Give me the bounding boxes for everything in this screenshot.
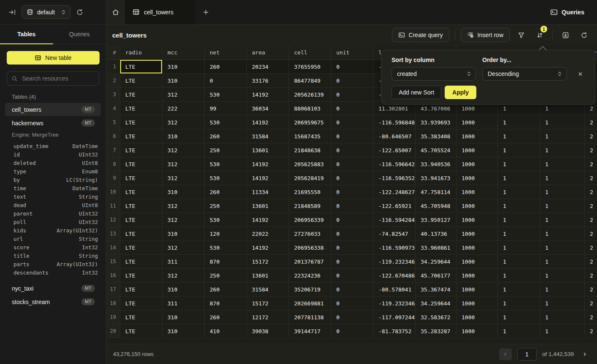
table-cell[interactable]: 1: [498, 116, 540, 129]
row-number[interactable]: 10: [106, 185, 120, 199]
table-cell[interactable]: LTE: [120, 171, 162, 185]
table-cell[interactable]: 21848638: [289, 143, 331, 157]
table-cell[interactable]: 13601: [247, 269, 289, 283]
table-cell[interactable]: 1: [498, 213, 540, 227]
table-cell[interactable]: 310: [162, 74, 205, 88]
table-cell[interactable]: 1000: [457, 116, 498, 129]
insert-row-button[interactable]: Insert row: [461, 28, 510, 42]
table-cell[interactable]: 34.259644: [416, 297, 457, 310]
table-cell[interactable]: 39038: [247, 324, 289, 338]
table-cell[interactable]: 40.13736: [416, 227, 457, 241]
table-cell[interactable]: 2: [585, 297, 597, 310]
table-cell[interactable]: 35.367474: [416, 283, 457, 297]
table-cell[interactable]: 310: [162, 283, 205, 297]
apply-sort-button[interactable]: Apply: [445, 86, 476, 99]
table-cell[interactable]: 250: [205, 269, 247, 283]
table-cell[interactable]: 1000: [457, 269, 498, 283]
table-cell[interactable]: 2: [585, 283, 597, 297]
table-cell[interactable]: LTE: [120, 185, 162, 199]
table-cell[interactable]: 2: [585, 213, 597, 227]
table-cell[interactable]: 206956339: [289, 213, 331, 227]
row-number[interactable]: 1: [106, 60, 120, 74]
table-cell[interactable]: LTE: [120, 74, 162, 88]
sidebar-tab-tables[interactable]: Tables: [0, 24, 53, 44]
create-query-button[interactable]: Create query: [392, 28, 449, 42]
table-cell[interactable]: 222: [162, 102, 205, 116]
table-cell[interactable]: 0: [205, 74, 247, 88]
table-cell[interactable]: -116.590973: [373, 241, 416, 255]
table-cell[interactable]: 2: [585, 157, 597, 171]
new-table-button[interactable]: New table: [7, 51, 100, 65]
table-cell[interactable]: 0: [331, 297, 373, 310]
row-number[interactable]: 15: [106, 255, 120, 269]
refresh-database-icon[interactable]: [76, 8, 84, 16]
table-cell[interactable]: 34.259644: [416, 255, 457, 269]
table-cell[interactable]: 2: [585, 171, 597, 185]
table-cell[interactable]: 312: [162, 269, 205, 283]
table-cell[interactable]: -80.646507: [373, 129, 416, 143]
table-cell[interactable]: LTE: [120, 324, 162, 338]
table-cell[interactable]: LTE: [120, 129, 162, 143]
table-cell[interactable]: 22324236: [289, 269, 331, 283]
table-cell[interactable]: 0: [331, 324, 373, 338]
tab-cell-towers[interactable]: cell_towers: [125, 0, 195, 24]
table-cell[interactable]: 205626139: [289, 88, 331, 102]
table-cell[interactable]: LTE: [120, 283, 162, 297]
table-cell[interactable]: 33.950127: [416, 213, 457, 227]
table-cell[interactable]: 15687435: [289, 129, 331, 143]
table-cell[interactable]: LTE: [120, 297, 162, 310]
table-cell[interactable]: 2: [585, 185, 597, 199]
table-cell[interactable]: LTE: [120, 241, 162, 255]
table-cell[interactable]: 13601: [247, 143, 289, 157]
table-cell[interactable]: 1: [498, 199, 540, 213]
table-cell[interactable]: 1000: [457, 143, 498, 157]
table-cell[interactable]: 0: [331, 283, 373, 297]
row-number[interactable]: 9: [106, 171, 120, 185]
table-cell[interactable]: 1: [540, 143, 585, 157]
table-cell[interactable]: 0: [331, 60, 373, 74]
table-cell[interactable]: 1: [540, 116, 585, 129]
table-cell[interactable]: 530: [205, 88, 247, 102]
table-cell[interactable]: 0: [331, 143, 373, 157]
table-cell[interactable]: 33.941673: [416, 171, 457, 185]
table-cell[interactable]: 310: [162, 185, 205, 199]
table-cell[interactable]: 1000: [457, 297, 498, 310]
row-number[interactable]: 6: [106, 129, 120, 143]
table-cell[interactable]: 0: [331, 129, 373, 143]
row-number[interactable]: 13: [106, 227, 120, 241]
table-cell[interactable]: 21695550: [289, 185, 331, 199]
row-number[interactable]: 3: [106, 88, 120, 102]
column-header-radio[interactable]: radio: [120, 46, 162, 60]
table-cell[interactable]: 1: [540, 213, 585, 227]
table-cell[interactable]: LTE: [120, 116, 162, 129]
table-cell[interactable]: 20234: [247, 60, 289, 74]
table-cell[interactable]: 27276033: [289, 227, 331, 241]
sidebar-table-hackernews[interactable]: hackernewsMT: [5, 116, 101, 129]
table-cell[interactable]: 1: [540, 185, 585, 199]
table-cell[interactable]: 88068103: [289, 102, 331, 116]
table-cell[interactable]: 2: [585, 129, 597, 143]
table-cell[interactable]: 47.758114: [416, 185, 457, 199]
table-cell[interactable]: -116.596848: [373, 116, 416, 129]
export-button[interactable]: [558, 29, 573, 41]
table-cell[interactable]: 1: [498, 297, 540, 310]
table-cell[interactable]: 120: [205, 227, 247, 241]
table-cell[interactable]: 14192: [247, 157, 289, 171]
table-cell[interactable]: 1: [540, 310, 585, 324]
table-cell[interactable]: 2: [585, 241, 597, 255]
database-selector[interactable]: default: [22, 5, 70, 19]
table-cell[interactable]: 0: [331, 213, 373, 227]
table-cell[interactable]: 33176: [247, 74, 289, 88]
table-cell[interactable]: 1000: [457, 129, 498, 143]
table-cell[interactable]: 207781138: [289, 310, 331, 324]
table-cell[interactable]: 312: [162, 213, 205, 227]
table-cell[interactable]: 1000: [457, 283, 498, 297]
table-cell[interactable]: -81.783752: [373, 324, 416, 338]
table-cell[interactable]: 0: [331, 310, 373, 324]
table-cell[interactable]: 1000: [457, 213, 498, 227]
collapse-sidebar-icon[interactable]: [8, 8, 16, 16]
tab-home[interactable]: [106, 0, 125, 24]
table-cell[interactable]: 1: [498, 283, 540, 297]
table-cell[interactable]: 1000: [457, 227, 498, 241]
table-cell[interactable]: -122.65921: [373, 199, 416, 213]
